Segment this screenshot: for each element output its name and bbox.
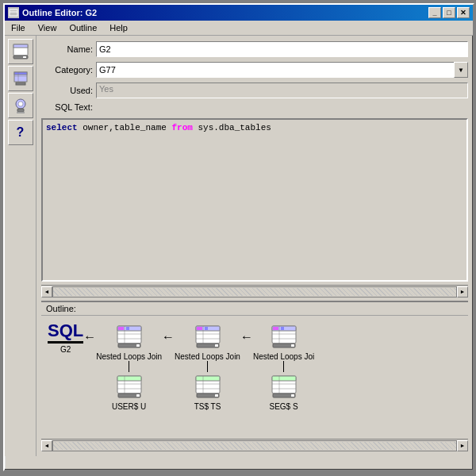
name-input[interactable] — [96, 41, 468, 57]
title-buttons: _ □ ✕ — [428, 7, 470, 18]
name-row: Name: — [41, 40, 468, 58]
menu-file[interactable]: File — [8, 22, 29, 33]
svg-rect-62 — [291, 394, 294, 397]
ts-table-label: TS$ TS — [194, 402, 221, 411]
svg-rect-0 — [10, 10, 17, 16]
menu-outline[interactable]: Outline — [66, 22, 100, 33]
category-select[interactable] — [96, 62, 468, 78]
svg-rect-53 — [281, 327, 284, 330]
scroll-right-btn[interactable]: ► — [457, 286, 468, 298]
nested-loops-node-1: Nested Loops Join — [96, 322, 162, 411]
arrow-1: ← — [83, 322, 96, 344]
svg-rect-25 — [117, 376, 141, 381]
svg-rect-23 — [136, 344, 140, 347]
used-label: Used: — [41, 86, 93, 95]
menu-help[interactable]: Help — [106, 22, 131, 33]
outline-scroll-right[interactable]: ► — [457, 440, 468, 451]
vertical-connector-2 — [207, 361, 208, 372]
outline-canvas: SQL G2 ← — [41, 316, 468, 439]
svg-rect-55 — [291, 344, 294, 347]
user-table-icon[interactable] — [113, 372, 145, 401]
arrow-3: ← — [240, 322, 253, 344]
toolbar-btn-help[interactable]: ? — [8, 120, 33, 145]
category-label: Category: — [41, 65, 93, 75]
svg-rect-10 — [16, 83, 25, 85]
name-label: Name: — [41, 44, 93, 54]
used-row: Used: Yes — [41, 82, 468, 99]
close-button[interactable]: ✕ — [457, 7, 470, 18]
sql-node-group: SQL G2 — [48, 322, 83, 354]
svg-rect-41 — [196, 376, 220, 381]
outline-scrollbar-thumb — [53, 442, 456, 450]
vertical-connector-1 — [129, 361, 129, 372]
outline-nodes-row: SQL G2 ← — [48, 319, 462, 411]
outline-label: Outline: — [41, 302, 468, 316]
user-table-label: USER$ U — [112, 402, 146, 411]
sql-text-label: SQL Text: — [41, 102, 93, 112]
nested-loops-label-3: Nested Loops Joi — [253, 352, 314, 361]
sql-table: sys.dba_tables — [193, 123, 271, 132]
seg-table-icon[interactable] — [268, 372, 300, 401]
h-scrollbar-track[interactable] — [52, 286, 457, 298]
outline-h-scrollbar[interactable] — [52, 440, 457, 451]
used-value: Yes — [96, 83, 468, 98]
outline-scroll-left[interactable]: ◄ — [41, 440, 52, 451]
category-dropdown-wrapper: ▼ — [96, 62, 468, 78]
arrow-2: ← — [162, 322, 175, 344]
svg-rect-14 — [17, 112, 25, 113]
svg-rect-52 — [273, 327, 278, 330]
outline-scrollbar: ◄ ► — [41, 439, 468, 451]
main-window: Outline Editor: G2 _ □ ✕ File View Outli… — [3, 3, 474, 471]
nested-loops-label-2: Nested Loops Join — [175, 352, 240, 361]
svg-rect-3 — [13, 44, 28, 48]
svg-rect-39 — [215, 344, 218, 347]
ts-table-icon[interactable] — [192, 372, 224, 401]
menu-view[interactable]: View — [35, 22, 60, 33]
seg-table-label: SEG$ S — [269, 402, 298, 411]
title-bar-left: Outline Editor: G2 — [8, 7, 97, 18]
sql-columns: owner,table_name — [78, 123, 172, 132]
sql-node-label: G2 — [60, 345, 71, 354]
nested-loops-icon-1[interactable] — [113, 322, 145, 351]
svg-rect-21 — [126, 327, 129, 330]
svg-rect-30 — [136, 394, 140, 397]
nested-loops-icon-2[interactable] — [192, 322, 224, 351]
minimize-button[interactable]: _ — [428, 7, 441, 18]
window-title: Outline Editor: G2 — [22, 8, 97, 17]
svg-rect-7 — [14, 72, 27, 75]
outline-section: Outline: SQL G2 ← — [41, 301, 468, 451]
scrollbar-thumb — [53, 288, 456, 296]
svg-rect-46 — [215, 394, 218, 397]
menu-bar: File View Outline Help — [5, 21, 473, 36]
svg-rect-37 — [205, 327, 208, 330]
scroll-left-btn[interactable]: ◄ — [41, 286, 52, 298]
left-toolbar: ? — [5, 36, 36, 456]
content-area: ? Name: Category: ▼ Used: Yes — [5, 36, 473, 456]
toolbar-btn-2[interactable] — [8, 66, 33, 91]
svg-rect-36 — [197, 327, 202, 330]
window-icon — [8, 7, 19, 18]
toolbar-btn-1[interactable] — [8, 39, 33, 64]
svg-rect-20 — [118, 327, 124, 330]
toolbar-btn-3[interactable] — [8, 93, 33, 118]
svg-rect-13 — [17, 109, 24, 112]
nested-loops-icon-3[interactable] — [268, 322, 300, 351]
title-bar: Outline Editor: G2 _ □ ✕ — [5, 5, 473, 21]
svg-rect-57 — [272, 376, 296, 381]
sql-text-label-row: SQL Text: — [41, 102, 468, 115]
sql-from: from — [171, 123, 192, 132]
sql-node-icon[interactable]: SQL — [48, 322, 83, 344]
vertical-connector-3 — [283, 361, 284, 372]
svg-point-12 — [18, 102, 23, 106]
sql-keyword: select — [46, 123, 78, 132]
main-panel: Name: Category: ▼ Used: Yes SQL Text: — [36, 36, 473, 456]
sql-text-area[interactable]: select owner,table_name from sys.dba_tab… — [41, 118, 468, 282]
sql-big-label: SQL — [48, 322, 83, 340]
sql-scrollbar: ◄ ► — [41, 285, 468, 298]
nested-loops-label-1: Nested Loops Join — [96, 352, 162, 361]
svg-rect-5 — [23, 56, 26, 58]
maximize-button[interactable]: □ — [443, 7, 455, 18]
nested-loops-node-3: Nested Loops Joi — [253, 322, 314, 411]
nested-loops-node-2: Nested Loops Join — [175, 322, 240, 411]
category-row: Category: ▼ — [41, 61, 468, 79]
